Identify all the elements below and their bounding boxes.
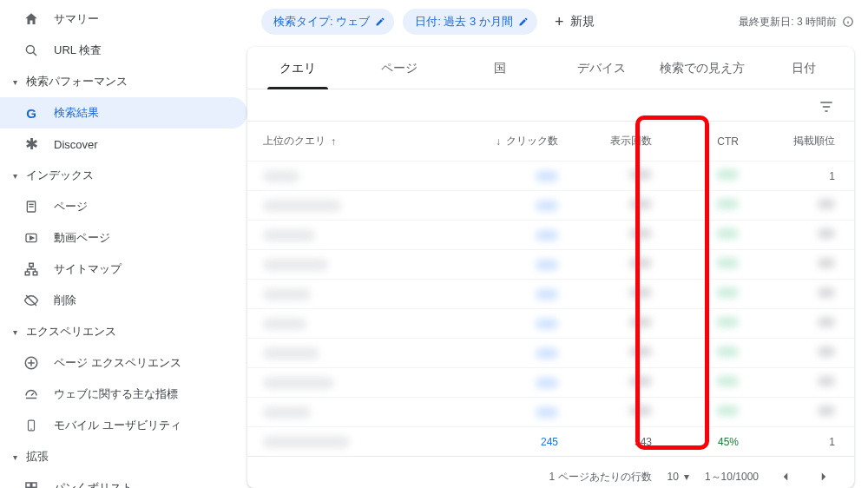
pagination: 1 ページあたりの行数 10 ▾ 1～10/1000 <box>247 457 854 488</box>
sidebar-item-label: パンくずリスト <box>54 480 133 488</box>
sidebar-section-label: エクスペリエンス <box>26 324 116 340</box>
tab-dates[interactable]: 日付 <box>753 47 855 89</box>
sidebar-section-enhancements[interactable]: ▾ 拡張 <box>0 441 247 472</box>
cell-impressions: 543 <box>558 436 652 448</box>
table-row[interactable] <box>247 221 854 250</box>
table-row[interactable] <box>247 280 854 309</box>
chevron-down-icon: ▾ <box>10 452 19 462</box>
col-header-impressions[interactable]: 表示回数 <box>558 134 652 148</box>
svg-rect-19 <box>32 483 36 487</box>
sidebar-item-label: モバイル ユーザビリティ <box>54 418 181 433</box>
sidebar-item-label: 動画ページ <box>54 230 110 246</box>
sidebar-item-label: ウェブに関する主な指標 <box>54 386 178 402</box>
new-filter-label: 新規 <box>570 14 595 30</box>
table-row[interactable] <box>247 309 854 339</box>
tab-queries[interactable]: クエリ <box>247 47 349 89</box>
sort-desc-icon: ↓ <box>496 135 501 148</box>
breadcrumb-icon <box>23 479 40 488</box>
table-row[interactable] <box>247 191 854 221</box>
sidebar-item-label: 検索結果 <box>54 105 99 121</box>
discover-icon: ✱ <box>23 135 40 153</box>
sidebar-item-summary[interactable]: サマリー <box>0 3 247 35</box>
sidebar-section-label: 拡張 <box>26 449 49 465</box>
sidebar-item-page-experience[interactable]: ページ エクスペリエンス <box>0 347 247 379</box>
sidebar-section-label: インデックス <box>26 168 94 183</box>
plus-icon: + <box>555 14 564 30</box>
sidebar-item-sitemap[interactable]: サイトマップ <box>0 254 247 285</box>
svg-rect-8 <box>25 272 30 275</box>
chevron-down-icon: ▾ <box>10 327 19 337</box>
filter-bar: 検索タイプ: ウェブ 日付: 過去 3 か月間 + 新規 最終更新日: 3 時間… <box>247 0 868 47</box>
new-filter-button[interactable]: + 新規 <box>546 9 604 35</box>
filter-icon[interactable] <box>818 98 835 115</box>
chip-label: 日付: 過去 3 か月間 <box>415 14 513 30</box>
chip-search-type[interactable]: 検索タイプ: ウェブ <box>261 9 394 35</box>
main: 検索タイプ: ウェブ 日付: 過去 3 か月間 + 新規 最終更新日: 3 時間… <box>247 0 868 488</box>
table-row[interactable] <box>247 339 854 368</box>
sidebar-item-url-inspect[interactable]: URL 検査 <box>0 35 247 66</box>
tab-devices[interactable]: デバイス <box>551 47 653 89</box>
sidebar-item-mobile-usability[interactable]: モバイル ユーザビリティ <box>0 410 247 441</box>
col-header-ctr[interactable]: CTR <box>652 135 739 148</box>
google-icon: G <box>23 104 40 122</box>
table-row[interactable] <box>247 398 854 427</box>
hide-icon <box>23 292 40 309</box>
svg-line-1 <box>33 52 36 56</box>
tab-appearance[interactable]: 検索での見え方 <box>652 47 753 89</box>
sidebar-item-breadcrumb[interactable]: パンくずリスト <box>0 472 247 488</box>
globe-plus-icon <box>23 354 40 372</box>
tab-pages[interactable]: ページ <box>349 47 450 89</box>
sidebar-section-performance[interactable]: ▾ 検索パフォーマンス <box>0 66 247 97</box>
svg-rect-18 <box>26 483 30 487</box>
table-row[interactable] <box>247 250 854 280</box>
next-page-button[interactable] <box>812 465 835 488</box>
chip-label: 検索タイプ: ウェブ <box>273 14 370 30</box>
sidebar-section-label: 検索パフォーマンス <box>26 74 128 89</box>
chip-date-range[interactable]: 日付: 過去 3 か月間 <box>403 9 537 35</box>
sidebar-item-label: サイトマップ <box>54 261 122 277</box>
results-card: クエリ ページ 国 デバイス 検索での見え方 日付 上位のクエリ ↑ <box>247 47 854 488</box>
cell-position: 1 <box>739 436 838 448</box>
last-updated: 最終更新日: 3 時間前 <box>739 15 854 30</box>
sitemap-icon <box>23 260 40 278</box>
rows-per-page-select[interactable]: 10 ▾ <box>667 471 689 483</box>
table-row[interactable] <box>247 368 854 398</box>
rows-per-page-label: 1 ページあたりの行数 <box>549 470 652 485</box>
svg-rect-7 <box>30 263 34 267</box>
page-range: 1～10/1000 <box>705 470 759 485</box>
page-icon <box>23 198 40 215</box>
edit-icon <box>518 16 529 27</box>
home-icon <box>23 10 40 28</box>
prev-page-button[interactable] <box>774 465 797 488</box>
speed-icon <box>23 386 40 403</box>
sidebar-item-video-pages[interactable]: 動画ページ <box>0 222 247 254</box>
col-header-query[interactable]: 上位のクエリ ↑ <box>263 134 463 148</box>
col-header-position[interactable]: 掲載順位 <box>739 134 838 148</box>
sidebar-item-cwv[interactable]: ウェブに関する主な指標 <box>0 379 247 410</box>
chevron-down-icon: ▾ <box>10 171 19 181</box>
edit-icon <box>375 16 385 27</box>
info-icon[interactable] <box>842 16 854 28</box>
sidebar-item-discover[interactable]: ✱ Discover <box>0 129 247 160</box>
sidebar-item-label: ページ エクスペリエンス <box>54 355 181 371</box>
sidebar-item-search-results[interactable]: G 検索結果 <box>0 97 247 129</box>
sidebar-item-remove[interactable]: 削除 <box>0 285 247 316</box>
sidebar-item-pages[interactable]: ページ <box>0 191 247 222</box>
cell-ctr: 45% <box>652 436 739 448</box>
col-header-clicks[interactable]: ↓ クリック数 <box>463 134 558 148</box>
results-table: 上位のクエリ ↑ ↓ クリック数 表示回数 CTR 掲載順位 <box>247 122 854 457</box>
search-icon <box>23 42 40 59</box>
sidebar-section-index[interactable]: ▾ インデックス <box>0 160 247 191</box>
last-updated-label: 最終更新日: 3 時間前 <box>739 15 837 30</box>
sidebar-item-label: 削除 <box>54 293 76 308</box>
sidebar-item-label: サマリー <box>54 11 99 27</box>
sidebar-section-experience[interactable]: ▾ エクスペリエンス <box>0 316 247 347</box>
cell-position: 1 <box>739 170 838 182</box>
sidebar-item-label: ページ <box>54 199 88 214</box>
sidebar-item-label: URL 検査 <box>54 43 102 58</box>
table-row[interactable]: 1 <box>247 162 854 191</box>
sidebar: サマリー URL 検査 ▾ 検索パフォーマンス G 検索結果 ✱ Discove… <box>0 0 247 488</box>
cell-clicks: 245 <box>463 436 558 448</box>
tab-countries[interactable]: 国 <box>450 47 551 89</box>
table-row[interactable]: 245 543 45% 1 <box>247 427 854 457</box>
